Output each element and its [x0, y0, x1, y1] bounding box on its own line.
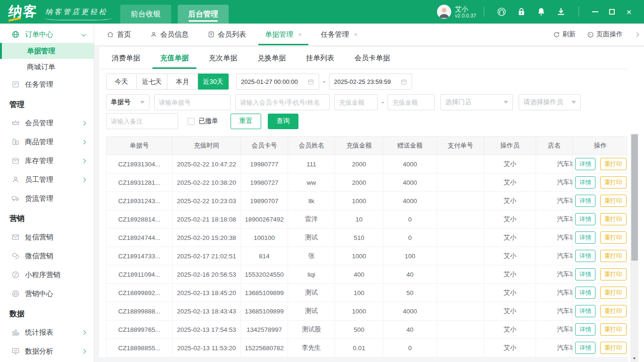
sidebar-item-data-analysis[interactable]: 数据分析 [0, 342, 94, 361]
reprint-button[interactable]: 重打印 [600, 231, 627, 244]
subtab-recharge[interactable]: 充值单据 [160, 54, 189, 69]
reprint-button[interactable]: 重打印 [600, 342, 627, 354]
sidebar-item-member-management[interactable]: 会员管理 [0, 114, 94, 132]
vertical-scrollbar[interactable]: ▼ [630, 133, 638, 362]
sidebar-item-order-center[interactable]: 订单中心 [0, 26, 94, 43]
remark-input[interactable] [106, 113, 178, 129]
sidebar-item-label: 任务管理 [25, 80, 53, 89]
reprint-button[interactable]: 重打印 [600, 158, 627, 170]
detail-button[interactable]: 详情 [575, 158, 595, 170]
detail-button[interactable]: 详情 [575, 268, 595, 280]
sidebar-item-document-management[interactable]: 单据管理 [0, 43, 94, 59]
subtab-recharge-times[interactable]: 充次单据 [209, 54, 237, 69]
table-cell: 雷洋 [288, 210, 335, 229]
reset-button[interactable]: 重置 [231, 114, 261, 129]
sidebar-item-wechat-marketing[interactable]: 微信营销 [0, 247, 94, 265]
refresh-button[interactable]: 刷新 [553, 30, 576, 39]
search-button[interactable]: 查询 [268, 114, 298, 129]
sidebar-item-statistics-reports[interactable]: 统计报表 [0, 323, 94, 342]
store-select[interactable]: 选择门店 [440, 94, 513, 110]
tab-home[interactable]: 首页 [107, 24, 131, 45]
reprint-button[interactable]: 重打印 [600, 250, 627, 262]
sidebar-item-mall-orders[interactable]: 商城订单 [0, 59, 94, 75]
table-cell: 4000 [383, 302, 437, 321]
detail-button[interactable]: 详情 [575, 250, 595, 262]
reprint-button[interactable]: 重打印 [600, 305, 627, 317]
lock-icon[interactable] [516, 7, 527, 17]
brand-logo: 纳客 [8, 2, 39, 21]
detail-button[interactable]: 详情 [575, 287, 595, 299]
subtab-exchange[interactable]: 兑换单据 [257, 54, 286, 69]
front-cashier-button[interactable]: 前台收银 [120, 5, 171, 24]
table-cell: 2025-02-22 10:38:20 [173, 173, 241, 192]
member-search-input[interactable] [235, 94, 330, 110]
subtab-member-card[interactable]: 会员卡单据 [355, 54, 390, 69]
preset-today[interactable]: 今天 [106, 74, 137, 90]
preset-last30days[interactable]: 近30天 [198, 74, 229, 90]
tab-close-icon[interactable]: × [354, 31, 357, 38]
sidebar-item-inventory-management[interactable]: 库存管理 [0, 151, 94, 170]
table-cell: 100100 [241, 229, 288, 247]
user-info[interactable]: 艾小 v2.0.0.37 [455, 5, 476, 19]
amount-min-input[interactable] [334, 94, 378, 110]
tab-member-info[interactable]: 会员信息 [150, 24, 189, 45]
reprint-button[interactable]: 重打印 [600, 176, 627, 189]
subtab-consume[interactable]: 消费单据 [112, 54, 140, 69]
sidebar-item-logistics-management[interactable]: 货流管理 [0, 189, 94, 208]
maximize-button[interactable] [603, 5, 620, 19]
detail-button[interactable]: 详情 [575, 213, 595, 225]
reprint-button[interactable]: 重打印 [600, 195, 627, 207]
table-row: CZ18899892...2025-02-13 18:45:2013685109… [107, 284, 628, 302]
table-cell: 19980777 [241, 155, 288, 173]
table-cell [437, 210, 484, 229]
target-icon [11, 289, 20, 298]
reprint-button[interactable]: 重打印 [600, 268, 627, 280]
minimize-button[interactable] [586, 5, 603, 19]
detail-button[interactable]: 详情 [575, 176, 595, 189]
bell-icon[interactable] [536, 7, 546, 17]
customer-service-icon[interactable] [496, 7, 507, 17]
tab-document-management[interactable]: 单据管理 × [265, 24, 302, 45]
preset-this-month[interactable]: 本月 [167, 74, 198, 90]
subtab-pending-orders[interactable]: 挂单列表 [306, 54, 334, 69]
expand-chevron-icon[interactable] [635, 32, 639, 37]
col-member-name: 会员姓名 [288, 137, 335, 155]
backoffice-button[interactable]: 后台管理 [178, 5, 229, 24]
tab-close-icon[interactable]: × [298, 31, 302, 38]
tab-member-list[interactable]: 会员列表 [207, 24, 246, 45]
reprint-button[interactable]: 重打印 [600, 287, 627, 299]
subtabs: 消费单据 充值单据 充次单据 兑换单据 挂单列表 会员卡单据 [99, 47, 628, 69]
scrollbar-down-arrow[interactable]: ▼ [630, 356, 638, 361]
tab-task-management[interactable]: 任务管理 × [321, 24, 357, 45]
preset-last7days[interactable]: 近七天 [137, 74, 167, 90]
detail-button[interactable]: 详情 [575, 342, 595, 354]
scrollbar-thumb[interactable] [631, 134, 638, 261]
sidebar-item-goods-management[interactable]: 商品管理 [0, 132, 94, 151]
operator-select[interactable]: 请选择操作员 [519, 94, 581, 110]
table-cell: 汽车城 [536, 210, 573, 229]
sidebar-item-marketing-center[interactable]: 营销中心 [0, 284, 94, 303]
reprint-button[interactable]: 重打印 [600, 323, 627, 336]
detail-button[interactable]: 详情 [575, 305, 595, 317]
date-from-input[interactable]: 2025-01-27 00:00:00 [236, 74, 319, 90]
reprint-button[interactable]: 重打印 [600, 213, 627, 225]
detail-button[interactable]: 详情 [575, 231, 595, 244]
calendar-icon [307, 78, 314, 85]
date-to-input[interactable]: 2025-02-25 23:59:59 [329, 74, 412, 90]
order-no-type-select[interactable]: 单据号 [106, 94, 149, 110]
monitor-chart-icon [11, 347, 20, 355]
page-operations-button[interactable]: 页面操作 [587, 30, 623, 39]
order-no-input[interactable] [154, 94, 231, 110]
sidebar-item-sms-marketing[interactable]: 短信营销 [0, 228, 94, 247]
close-button[interactable]: × [620, 5, 637, 19]
sidebar-item-miniprogram-marketing[interactable]: 小程序营销 [0, 265, 94, 284]
avatar[interactable] [437, 5, 451, 19]
col-actions: 操作 [573, 137, 628, 155]
detail-button[interactable]: 详情 [575, 195, 595, 207]
sidebar-item-staff-management[interactable]: 员工管理 [0, 170, 94, 189]
download-icon[interactable] [556, 7, 566, 17]
amount-max-input[interactable] [388, 94, 435, 110]
cancelled-checkbox[interactable] [188, 118, 195, 125]
sidebar-item-task-management[interactable]: 任务管理 [0, 75, 94, 94]
detail-button[interactable]: 详情 [575, 323, 595, 336]
